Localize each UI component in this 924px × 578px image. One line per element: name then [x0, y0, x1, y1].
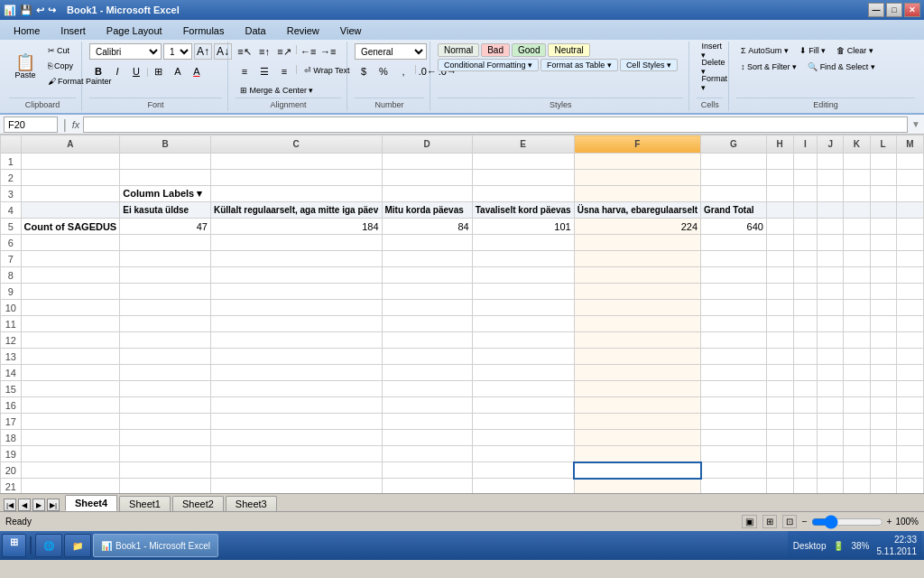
- cell-G2[interactable]: [701, 170, 767, 186]
- cell-H11[interactable]: [766, 316, 793, 332]
- row-header-8[interactable]: 8: [1, 267, 22, 284]
- cell-A11[interactable]: [21, 316, 120, 332]
- cell-I12[interactable]: [793, 332, 818, 349]
- cell-F10[interactable]: [574, 300, 700, 316]
- cell-M15[interactable]: [896, 381, 923, 397]
- cell-D13[interactable]: [382, 349, 472, 365]
- tab-data[interactable]: Data: [235, 20, 275, 40]
- cell-B2[interactable]: [120, 170, 211, 186]
- cell-L1[interactable]: [870, 154, 896, 170]
- cell-G10[interactable]: [701, 300, 767, 316]
- insert-cells-btn[interactable]: Insert ▾: [697, 43, 732, 58]
- col-header-I[interactable]: I: [793, 135, 818, 154]
- row-header-5[interactable]: 5: [1, 219, 22, 235]
- sheet-tab-sheet1[interactable]: Sheet1: [119, 496, 171, 511]
- cell-G21[interactable]: [701, 479, 767, 494]
- cell-K11[interactable]: [844, 316, 871, 332]
- cell-M21[interactable]: [896, 479, 923, 494]
- cell-I13[interactable]: [793, 349, 818, 365]
- wrap-text-btn[interactable]: ⏎ Wrap Text: [300, 63, 355, 78]
- cell-L11[interactable]: [870, 316, 896, 332]
- cell-H7[interactable]: [766, 251, 793, 267]
- cell-B19[interactable]: [120, 446, 211, 462]
- zoom-out-btn[interactable]: −: [802, 517, 808, 527]
- cell-A12[interactable]: [21, 332, 120, 349]
- cell-H6[interactable]: [766, 235, 793, 251]
- cell-D1[interactable]: [382, 154, 472, 170]
- cell-G18[interactable]: [701, 430, 767, 446]
- sheet-tab-sheet4[interactable]: Sheet4: [65, 495, 117, 511]
- taskbar-icon-folder[interactable]: 📁: [64, 534, 91, 557]
- style-neutral-btn[interactable]: Neutral: [548, 43, 589, 57]
- cell-M17[interactable]: [896, 414, 923, 430]
- cell-I18[interactable]: [793, 430, 818, 446]
- cell-M16[interactable]: [896, 397, 923, 414]
- row-header-20[interactable]: 20: [1, 462, 22, 479]
- sheet-tab-sheet3[interactable]: Sheet3: [226, 496, 277, 511]
- cell-L14[interactable]: [870, 365, 896, 381]
- cell-F18[interactable]: [574, 430, 700, 446]
- cell-A20[interactable]: [21, 462, 120, 479]
- cell-B3[interactable]: Column Labels ▾: [120, 186, 211, 202]
- align-top-center-btn[interactable]: ≡↑: [255, 43, 273, 60]
- row-header-21[interactable]: 21: [1, 479, 22, 494]
- cell-D19[interactable]: [382, 446, 472, 462]
- cell-I4[interactable]: [793, 202, 818, 219]
- cell-C5[interactable]: 184: [210, 219, 382, 235]
- taskbar-excel-btn[interactable]: 📊 Book1 - Microsoft Excel: [93, 534, 218, 557]
- style-bad-btn[interactable]: Bad: [481, 43, 510, 57]
- cell-A19[interactable]: [21, 446, 120, 462]
- cell-B13[interactable]: [120, 349, 211, 365]
- cell-C20[interactable]: [210, 462, 382, 479]
- cell-G13[interactable]: [701, 349, 767, 365]
- cell-K1[interactable]: [844, 154, 871, 170]
- cell-F4[interactable]: Üsna harva, ebaregulaarselt: [574, 202, 700, 219]
- cell-K12[interactable]: [844, 332, 871, 349]
- cell-K3[interactable]: [844, 186, 871, 202]
- cell-J15[interactable]: [818, 381, 844, 397]
- cell-reference-input[interactable]: [4, 117, 58, 133]
- view-page-layout-btn[interactable]: ⊞: [762, 515, 777, 528]
- cell-H12[interactable]: [766, 332, 793, 349]
- cell-D15[interactable]: [382, 381, 472, 397]
- row-header-16[interactable]: 16: [1, 397, 22, 414]
- cell-L19[interactable]: [870, 446, 896, 462]
- underline-button[interactable]: U: [127, 63, 145, 79]
- zoom-in-btn[interactable]: +: [887, 517, 892, 527]
- cell-C12[interactable]: [210, 332, 382, 349]
- cell-M1[interactable]: [896, 154, 923, 170]
- cell-J19[interactable]: [818, 446, 844, 462]
- cell-F11[interactable]: [574, 316, 700, 332]
- cell-F21[interactable]: [574, 479, 700, 494]
- cell-J18[interactable]: [818, 430, 844, 446]
- cell-J9[interactable]: [818, 284, 844, 300]
- cell-H8[interactable]: [766, 267, 793, 284]
- cell-I6[interactable]: [793, 235, 818, 251]
- cell-L12[interactable]: [870, 332, 896, 349]
- formula-input[interactable]: [83, 117, 908, 133]
- sheet-tab-sheet2[interactable]: Sheet2: [172, 496, 224, 511]
- cell-J11[interactable]: [818, 316, 844, 332]
- italic-button[interactable]: I: [108, 63, 126, 79]
- cell-H3[interactable]: [766, 186, 793, 202]
- col-header-L[interactable]: L: [870, 135, 896, 154]
- cell-E12[interactable]: [472, 332, 574, 349]
- cell-H21[interactable]: [766, 479, 793, 494]
- row-header-4[interactable]: 4: [1, 202, 22, 219]
- cell-C10[interactable]: [210, 300, 382, 316]
- cell-E16[interactable]: [472, 397, 574, 414]
- cell-J13[interactable]: [818, 349, 844, 365]
- col-header-J[interactable]: J: [818, 135, 844, 154]
- cell-F6[interactable]: [574, 235, 700, 251]
- cell-F14[interactable]: [574, 365, 700, 381]
- sheet-nav-first[interactable]: |◀: [4, 499, 16, 511]
- cell-E4[interactable]: Tavaliselt kord päevas: [472, 202, 574, 219]
- cell-M6[interactable]: [896, 235, 923, 251]
- quick-save[interactable]: 💾: [20, 5, 32, 16]
- cell-B21[interactable]: [120, 479, 211, 494]
- border-button[interactable]: ⊞: [150, 63, 168, 79]
- align-left-btn[interactable]: ≡: [236, 63, 254, 79]
- view-page-break-btn[interactable]: ⊡: [782, 515, 797, 528]
- cell-E2[interactable]: [472, 170, 574, 186]
- cell-G19[interactable]: [701, 446, 767, 462]
